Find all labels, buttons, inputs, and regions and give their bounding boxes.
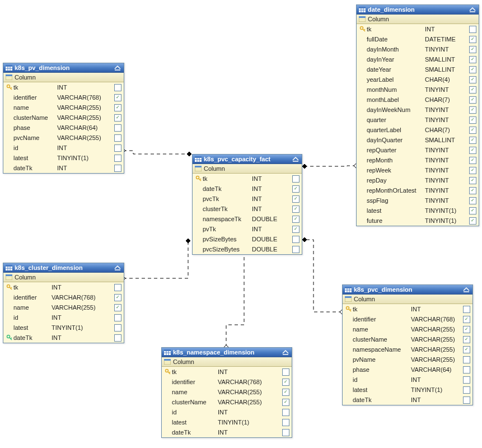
column-row[interactable]: identifierVARCHAR(768)✓ (162, 377, 292, 387)
column-row[interactable]: phaseVARCHAR(64) (3, 123, 124, 133)
nullable-checkbox[interactable] (282, 429, 289, 436)
column-row[interactable]: tkINT (193, 174, 302, 184)
column-row[interactable]: pvTkINT✓ (193, 224, 302, 234)
column-row[interactable]: latestTINYINT(1) (3, 153, 124, 163)
table-titlebar[interactable]: date_dimension (357, 5, 479, 15)
column-row[interactable]: monthNumTINYINT✓ (357, 85, 479, 95)
nullable-checkbox[interactable] (114, 144, 121, 152)
column-row[interactable]: tkINT (3, 282, 124, 292)
collapse-icon[interactable] (292, 156, 299, 162)
column-row[interactable]: pvcSizeBytesDOUBLE (193, 244, 302, 254)
nullable-checkbox[interactable]: ✓ (292, 216, 300, 223)
nullable-checkbox[interactable]: ✓ (114, 304, 121, 311)
nullable-checkbox[interactable]: ✓ (282, 389, 289, 396)
table-titlebar[interactable]: k8s_pv_dimension (3, 63, 124, 73)
column-row[interactable]: fullDateDATETIME✓ (357, 34, 479, 44)
nullable-checkbox[interactable] (462, 366, 470, 374)
table-cluster[interactable]: k8s_cluster_dimensionColumntkINTidentifi… (3, 263, 124, 343)
column-row[interactable]: latestTINYINT(1) (162, 417, 292, 427)
nullable-checkbox[interactable]: ✓ (462, 316, 470, 323)
nullable-checkbox[interactable] (292, 236, 300, 243)
column-row[interactable]: sspFlagTINYINT✓ (357, 195, 479, 206)
column-row[interactable]: monthLabelCHAR(7)✓ (357, 95, 479, 105)
column-row[interactable]: repMonthTINYINT✓ (357, 155, 479, 165)
nullable-checkbox[interactable] (114, 324, 121, 332)
column-row[interactable]: repWeekTINYINT✓ (357, 165, 479, 175)
column-row[interactable]: identifierVARCHAR(768)✓ (3, 92, 124, 102)
nullable-checkbox[interactable]: ✓ (469, 147, 476, 154)
column-row[interactable]: dateTkINT✓ (193, 184, 302, 194)
column-row[interactable]: dayInYearSMALLINT✓ (357, 54, 479, 64)
column-row[interactable]: latestTINYINT(1)✓ (357, 206, 479, 216)
column-row[interactable]: dayInMonthTINYINT✓ (357, 44, 479, 54)
column-row[interactable]: clusterNameVARCHAR(255)✓ (343, 334, 472, 344)
nullable-checkbox[interactable]: ✓ (114, 114, 121, 122)
nullable-checkbox[interactable]: ✓ (469, 137, 476, 144)
column-row[interactable]: pvcTkINT✓ (193, 194, 302, 204)
nullable-checkbox[interactable]: ✓ (469, 207, 476, 214)
nullable-checkbox[interactable]: ✓ (282, 379, 289, 386)
column-row[interactable]: pvcNameVARCHAR(255) (3, 133, 124, 143)
nullable-checkbox[interactable]: ✓ (469, 96, 476, 104)
column-row[interactable]: dateYearSMALLINT✓ (357, 64, 479, 74)
table-titlebar[interactable]: k8s_pvc_dimension (343, 285, 472, 295)
nullable-checkbox[interactable]: ✓ (292, 185, 300, 193)
nullable-checkbox[interactable] (114, 84, 121, 91)
column-row[interactable]: nameVARCHAR(255)✓ (3, 102, 124, 113)
column-row[interactable]: quarterLabelCHAR(7)✓ (357, 125, 479, 135)
column-row[interactable]: dateTkINT (343, 395, 472, 405)
column-row[interactable]: tkINT (343, 304, 472, 314)
column-row[interactable]: idINT (3, 312, 124, 323)
nullable-checkbox[interactable]: ✓ (292, 226, 300, 233)
column-row[interactable]: repDayTINYINT✓ (357, 175, 479, 185)
column-row[interactable]: futureTINYINT(1)✓ (357, 216, 479, 226)
collapse-icon[interactable] (114, 65, 121, 71)
collapse-icon[interactable] (282, 349, 289, 355)
nullable-checkbox[interactable] (282, 419, 289, 426)
nullable-checkbox[interactable] (282, 409, 289, 416)
nullable-checkbox[interactable]: ✓ (469, 217, 476, 225)
nullable-checkbox[interactable]: ✓ (469, 86, 476, 94)
nullable-checkbox[interactable] (114, 314, 121, 321)
table-titlebar[interactable]: k8s_namespace_dimension (162, 348, 292, 357)
nullable-checkbox[interactable] (292, 246, 300, 253)
nullable-checkbox[interactable]: ✓ (462, 346, 470, 353)
nullable-checkbox[interactable]: ✓ (469, 167, 476, 174)
column-row[interactable]: clusterNameVARCHAR(255)✓ (162, 397, 292, 407)
column-row[interactable]: tkINT (162, 367, 292, 377)
collapse-icon[interactable] (463, 287, 470, 292)
nullable-checkbox[interactable]: ✓ (114, 104, 121, 111)
column-row[interactable]: dayInQuarterSMALLINT✓ (357, 135, 479, 145)
column-row[interactable]: nameVARCHAR(255)✓ (162, 387, 292, 397)
column-row[interactable]: latestTINYINT(1) (3, 323, 124, 333)
column-row[interactable]: yearLabelCHAR(4)✓ (357, 74, 479, 85)
table-date[interactable]: date_dimensionColumntkINTfullDateDATETIM… (356, 4, 479, 226)
column-row[interactable]: phaseVARCHAR(64) (343, 365, 472, 375)
nullable-checkbox[interactable]: ✓ (114, 294, 121, 301)
nullable-checkbox[interactable]: ✓ (469, 106, 476, 114)
nullable-checkbox[interactable]: ✓ (469, 56, 476, 63)
nullable-checkbox[interactable] (292, 175, 300, 183)
column-row[interactable]: quarterTINYINT✓ (357, 115, 479, 125)
collapse-icon[interactable] (469, 7, 476, 12)
nullable-checkbox[interactable]: ✓ (462, 326, 470, 333)
column-row[interactable]: pvNameVARCHAR(255) (343, 354, 472, 365)
column-row[interactable]: idINT (3, 143, 124, 153)
nullable-checkbox[interactable]: ✓ (469, 197, 476, 204)
table-titlebar[interactable]: k8s_cluster_dimension (3, 263, 124, 273)
nullable-checkbox[interactable] (114, 134, 121, 142)
nullable-checkbox[interactable] (469, 26, 476, 33)
nullable-checkbox[interactable]: ✓ (469, 116, 476, 124)
nullable-checkbox[interactable] (282, 368, 289, 376)
table-fact[interactable]: k8s_pvc_capacity_factColumntkINTdateTkIN… (192, 154, 302, 255)
column-row[interactable]: identifierVARCHAR(768)✓ (343, 314, 472, 324)
nullable-checkbox[interactable] (462, 376, 470, 384)
collapse-icon[interactable] (114, 265, 121, 270)
nullable-checkbox[interactable] (114, 165, 121, 172)
nullable-checkbox[interactable]: ✓ (292, 195, 300, 203)
column-row[interactable]: idINT (343, 375, 472, 385)
column-row[interactable]: namespaceTkDOUBLE✓ (193, 214, 302, 224)
nullable-checkbox[interactable]: ✓ (469, 127, 476, 134)
nullable-checkbox[interactable]: ✓ (469, 157, 476, 164)
nullable-checkbox[interactable]: ✓ (469, 177, 476, 184)
